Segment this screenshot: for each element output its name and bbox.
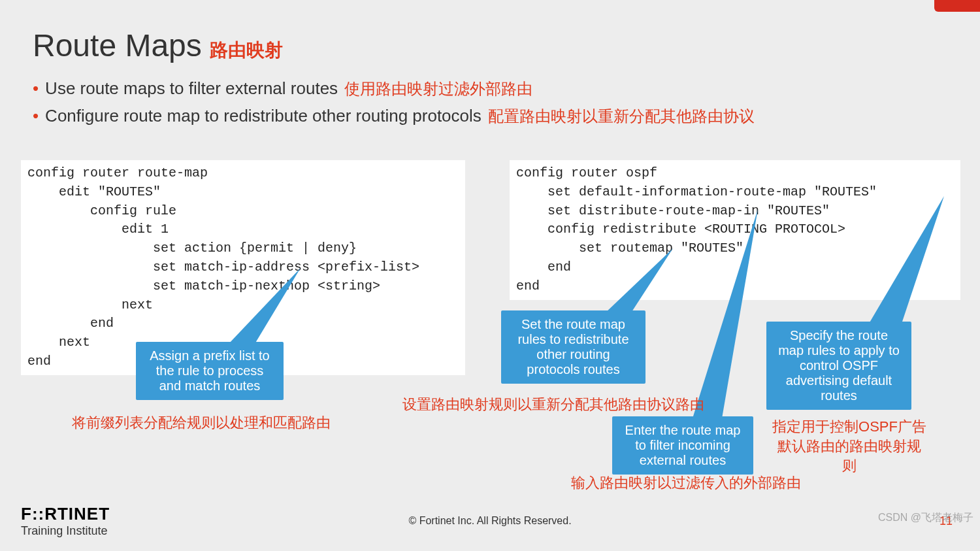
callout-arrow-icon	[686, 209, 764, 418]
bullet-item: • Configure route map to redistribute ot…	[33, 106, 755, 127]
bullet-dot-icon: •	[33, 107, 39, 124]
svg-marker-0	[229, 268, 301, 344]
bullet-text-zh: 使用路由映射过滤外部路由	[344, 78, 532, 99]
bullet-text-zh: 配置路由映射以重新分配其他路由协议	[488, 106, 755, 127]
translation-prefix-list: 将前缀列表分配给规则以处理和匹配路由	[72, 413, 331, 433]
logo-text: F::RTINET	[21, 504, 110, 524]
svg-marker-2	[693, 209, 758, 418]
footer: F::RTINET Training Institute © Fortinet …	[0, 504, 980, 538]
callout-default-routes: Specify the route map rules to apply to …	[766, 322, 911, 410]
slide-title-zh: 路由映射	[210, 38, 283, 63]
bullet-item: • Use route maps to filter external rout…	[33, 78, 755, 99]
callout-arrow-icon	[601, 248, 679, 320]
svg-marker-3	[869, 196, 944, 324]
slide: Route Maps 路由映射 • Use route maps to filt…	[0, 0, 980, 551]
logo-subtitle: Training Institute	[21, 524, 110, 538]
svg-marker-1	[604, 248, 673, 314]
bullet-text-en: Configure route map to redistribute othe…	[45, 106, 482, 126]
slide-title-en: Route Maps	[33, 27, 202, 63]
bullet-list: • Use route maps to filter external rout…	[33, 78, 755, 133]
watermark: CSDN @飞塔老梅子	[878, 511, 973, 525]
callout-redistribute: Set the route map rules to redistribute …	[501, 310, 645, 384]
title-row: Route Maps 路由映射	[33, 27, 283, 63]
callout-arrow-icon	[856, 196, 947, 327]
translation-filter-incoming: 输入路由映射以过滤传入的外部路由	[571, 473, 801, 493]
callout-arrow-icon	[216, 268, 307, 346]
bullet-dot-icon: •	[33, 80, 39, 97]
translation-redistribute: 设置路由映射规则以重新分配其他路由协议路由	[402, 395, 704, 414]
translation-default-routes: 指定用于控制OSPF广告默认路由的路由映射规则	[771, 417, 928, 476]
callout-prefix-list: Assign a prefix list to the rule to proc…	[136, 342, 284, 400]
corner-tab	[934, 0, 980, 12]
bullet-text-en: Use route maps to filter external routes	[45, 78, 338, 99]
logo: F::RTINET Training Institute	[21, 504, 110, 538]
copyright-text: © Fortinet Inc. All Rights Reserved.	[408, 515, 571, 527]
callout-filter-incoming: Enter the route map to filter incoming e…	[612, 416, 753, 475]
